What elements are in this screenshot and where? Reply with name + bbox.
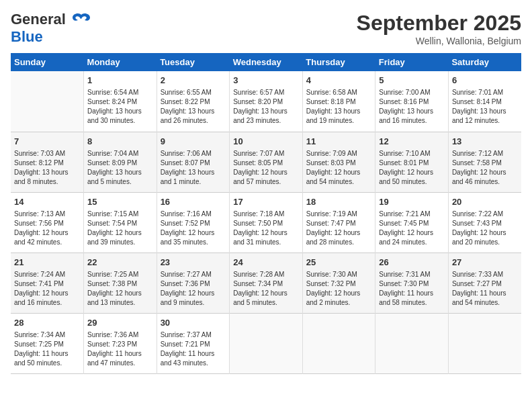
header-day-friday: Friday	[375, 53, 449, 71]
day-cell: 8Sunrise: 7:04 AMSunset: 8:09 PMDaylight…	[84, 132, 157, 192]
day-info: Sunrise: 7:15 AMSunset: 7:54 PMDaylight:…	[87, 210, 153, 247]
day-info: Sunrise: 7:27 AMSunset: 7:36 PMDaylight:…	[161, 270, 226, 308]
day-number: 2	[161, 75, 226, 87]
day-cell: 17Sunrise: 7:18 AMSunset: 7:50 PMDayligh…	[230, 192, 303, 253]
day-cell: 5Sunrise: 7:00 AMSunset: 8:16 PMDaylight…	[375, 71, 449, 132]
day-cell: 11Sunrise: 7:09 AMSunset: 8:03 PMDayligh…	[302, 132, 375, 192]
header-day-tuesday: Tuesday	[157, 53, 230, 71]
day-number: 23	[161, 257, 226, 269]
day-info: Sunrise: 7:06 AMSunset: 8:07 PMDaylight:…	[161, 149, 226, 187]
day-cell: 7Sunrise: 7:03 AMSunset: 8:12 PMDaylight…	[11, 132, 84, 192]
day-number: 15	[87, 196, 153, 208]
day-cell: 25Sunrise: 7:30 AMSunset: 7:32 PMDayligh…	[302, 253, 375, 313]
day-info: Sunrise: 7:18 AMSunset: 7:50 PMDaylight:…	[233, 210, 299, 247]
day-cell: 9Sunrise: 7:06 AMSunset: 8:07 PMDaylight…	[157, 132, 230, 192]
header-day-sunday: Sunday	[11, 53, 84, 71]
day-number: 12	[379, 136, 445, 148]
day-info: Sunrise: 7:28 AMSunset: 7:34 PMDaylight:…	[233, 270, 299, 308]
day-number: 27	[452, 257, 518, 269]
week-row-5: 28Sunrise: 7:34 AMSunset: 7:25 PMDayligh…	[11, 313, 521, 373]
day-cell	[230, 313, 303, 373]
header-day-thursday: Thursday	[302, 53, 375, 71]
day-number: 22	[87, 257, 153, 269]
day-cell: 19Sunrise: 7:21 AMSunset: 7:45 PMDayligh…	[375, 192, 449, 253]
day-cell: 15Sunrise: 7:15 AMSunset: 7:54 PMDayligh…	[84, 192, 157, 253]
day-cell: 2Sunrise: 6:55 AMSunset: 8:22 PMDaylight…	[157, 71, 230, 132]
day-cell: 18Sunrise: 7:19 AMSunset: 7:47 PMDayligh…	[302, 192, 375, 253]
day-number: 24	[233, 257, 299, 269]
day-number: 11	[306, 136, 372, 148]
day-cell: 26Sunrise: 7:31 AMSunset: 7:30 PMDayligh…	[375, 253, 449, 313]
day-info: Sunrise: 6:58 AMSunset: 8:18 PMDaylight:…	[306, 88, 372, 126]
day-info: Sunrise: 7:30 AMSunset: 7:32 PMDaylight:…	[306, 270, 372, 308]
day-info: Sunrise: 7:16 AMSunset: 7:52 PMDaylight:…	[161, 210, 226, 247]
location: Wellin, Wallonia, Belgium	[357, 36, 521, 46]
day-cell: 16Sunrise: 7:16 AMSunset: 7:52 PMDayligh…	[157, 192, 230, 253]
day-number: 26	[379, 257, 445, 269]
day-cell: 22Sunrise: 7:25 AMSunset: 7:38 PMDayligh…	[84, 253, 157, 313]
day-info: Sunrise: 7:04 AMSunset: 8:09 PMDaylight:…	[87, 149, 153, 187]
day-info: Sunrise: 7:24 AMSunset: 7:41 PMDaylight:…	[14, 270, 80, 308]
day-info: Sunrise: 7:03 AMSunset: 8:12 PMDaylight:…	[14, 149, 80, 187]
day-cell	[375, 313, 449, 373]
day-number: 30	[161, 317, 226, 329]
day-cell: 28Sunrise: 7:34 AMSunset: 7:25 PMDayligh…	[11, 313, 84, 373]
day-info: Sunrise: 7:21 AMSunset: 7:45 PMDaylight:…	[379, 210, 445, 247]
day-cell: 12Sunrise: 7:10 AMSunset: 8:01 PMDayligh…	[375, 132, 449, 192]
day-info: Sunrise: 7:37 AMSunset: 7:21 PMDaylight:…	[161, 330, 226, 368]
day-number: 6	[452, 75, 518, 87]
header-day-wednesday: Wednesday	[230, 53, 303, 71]
page-header: General Blue September 2025 Wellin, Wall…	[11, 11, 521, 46]
day-number: 20	[452, 196, 518, 208]
week-row-4: 21Sunrise: 7:24 AMSunset: 7:41 PMDayligh…	[11, 253, 521, 313]
logo-bird-icon	[71, 12, 91, 28]
day-cell: 10Sunrise: 7:07 AMSunset: 8:05 PMDayligh…	[230, 132, 303, 192]
day-cell: 20Sunrise: 7:22 AMSunset: 7:43 PMDayligh…	[448, 192, 521, 253]
day-info: Sunrise: 7:07 AMSunset: 8:05 PMDaylight:…	[233, 149, 299, 187]
day-info: Sunrise: 7:36 AMSunset: 7:23 PMDaylight:…	[87, 330, 153, 368]
day-cell	[302, 313, 375, 373]
day-number: 16	[161, 196, 226, 208]
day-info: Sunrise: 7:12 AMSunset: 7:58 PMDaylight:…	[452, 149, 518, 187]
header-day-saturday: Saturday	[448, 53, 521, 71]
day-number: 14	[14, 196, 80, 208]
day-info: Sunrise: 6:55 AMSunset: 8:22 PMDaylight:…	[161, 88, 226, 126]
day-number: 5	[379, 75, 445, 87]
day-number: 3	[233, 75, 299, 87]
day-number: 10	[233, 136, 299, 148]
day-info: Sunrise: 6:54 AMSunset: 8:24 PMDaylight:…	[87, 88, 153, 126]
day-info: Sunrise: 7:31 AMSunset: 7:30 PMDaylight:…	[379, 270, 445, 308]
logo-text: General Blue	[11, 11, 91, 46]
day-number: 4	[306, 75, 372, 87]
day-info: Sunrise: 7:00 AMSunset: 8:16 PMDaylight:…	[379, 88, 445, 126]
day-info: Sunrise: 7:13 AMSunset: 7:56 PMDaylight:…	[14, 210, 80, 247]
day-number: 8	[87, 136, 153, 148]
day-number: 17	[233, 196, 299, 208]
day-cell: 13Sunrise: 7:12 AMSunset: 7:58 PMDayligh…	[448, 132, 521, 192]
day-info: Sunrise: 6:57 AMSunset: 8:20 PMDaylight:…	[233, 88, 299, 126]
header-day-monday: Monday	[84, 53, 157, 71]
day-info: Sunrise: 7:01 AMSunset: 8:14 PMDaylight:…	[452, 88, 518, 126]
day-cell: 1Sunrise: 6:54 AMSunset: 8:24 PMDaylight…	[84, 71, 157, 132]
day-number: 21	[14, 257, 80, 269]
day-info: Sunrise: 7:09 AMSunset: 8:03 PMDaylight:…	[306, 149, 372, 187]
day-number: 7	[14, 136, 80, 148]
day-cell: 4Sunrise: 6:58 AMSunset: 8:18 PMDaylight…	[302, 71, 375, 132]
day-cell: 27Sunrise: 7:33 AMSunset: 7:27 PMDayligh…	[448, 253, 521, 313]
day-number: 13	[452, 136, 518, 148]
day-info: Sunrise: 7:34 AMSunset: 7:25 PMDaylight:…	[14, 330, 80, 368]
day-number: 25	[306, 257, 372, 269]
month-title: September 2025	[357, 11, 521, 36]
day-info: Sunrise: 7:22 AMSunset: 7:43 PMDaylight:…	[452, 210, 518, 247]
day-info: Sunrise: 7:10 AMSunset: 8:01 PMDaylight:…	[379, 149, 445, 187]
week-row-3: 14Sunrise: 7:13 AMSunset: 7:56 PMDayligh…	[11, 192, 521, 253]
day-cell: 29Sunrise: 7:36 AMSunset: 7:23 PMDayligh…	[84, 313, 157, 373]
day-info: Sunrise: 7:33 AMSunset: 7:27 PMDaylight:…	[452, 270, 518, 308]
day-cell: 23Sunrise: 7:27 AMSunset: 7:36 PMDayligh…	[157, 253, 230, 313]
day-info: Sunrise: 7:19 AMSunset: 7:47 PMDaylight:…	[306, 210, 372, 247]
day-cell: 24Sunrise: 7:28 AMSunset: 7:34 PMDayligh…	[230, 253, 303, 313]
week-row-2: 7Sunrise: 7:03 AMSunset: 8:12 PMDaylight…	[11, 132, 521, 192]
day-cell	[11, 71, 84, 132]
day-number: 29	[87, 317, 153, 329]
day-cell: 14Sunrise: 7:13 AMSunset: 7:56 PMDayligh…	[11, 192, 84, 253]
